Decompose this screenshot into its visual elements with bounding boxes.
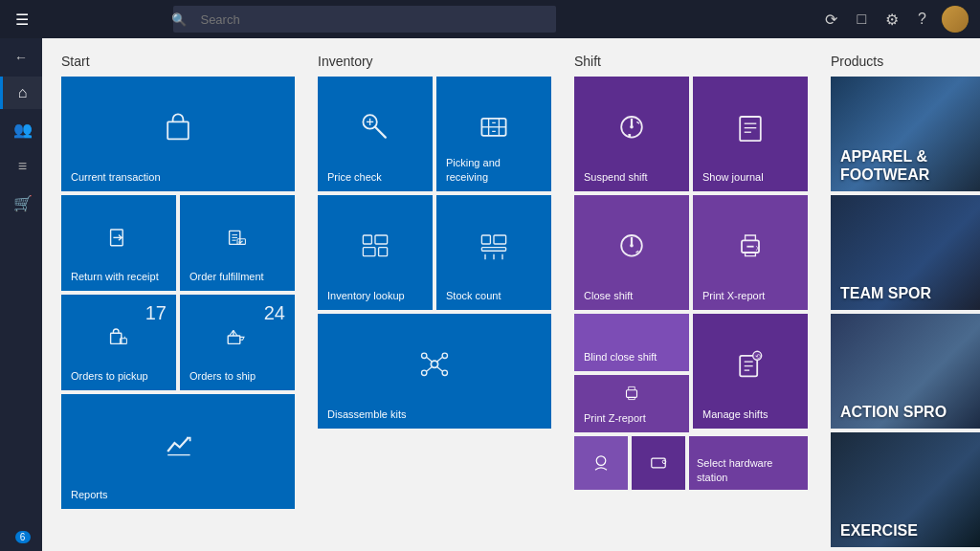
chat-button[interactable]: □ xyxy=(853,7,870,32)
orders-icon: 🛒 xyxy=(13,194,33,212)
small-icon-1 xyxy=(590,452,612,474)
search-icon: 🔍 xyxy=(171,12,187,27)
price-check-icon xyxy=(358,110,392,144)
ship-icon xyxy=(224,323,251,350)
content-area: Start Current transaction xyxy=(42,38,980,551)
sidebar-item-users[interactable]: 👥 xyxy=(0,113,42,146)
ship-count: 24 xyxy=(264,302,285,324)
search-input[interactable] xyxy=(173,6,556,33)
main-layout: ← ⌂ 👥 ≡ 🛒 6 Start xyxy=(0,38,980,551)
reports-icon xyxy=(161,428,195,462)
svg-rect-20 xyxy=(363,235,371,244)
settings-button[interactable]: ⚙ xyxy=(881,7,902,33)
stock-count-icon xyxy=(477,229,511,263)
sidebar-item-menu[interactable]: ≡ xyxy=(0,150,42,183)
close-shift-icon xyxy=(614,229,649,263)
svg-line-38 xyxy=(437,367,442,372)
svg-rect-22 xyxy=(363,248,375,256)
svg-rect-26 xyxy=(481,248,505,252)
manage-shifts-tile[interactable]: ⟲ Manage shifts xyxy=(693,314,808,429)
picking-icon xyxy=(477,110,511,144)
products-section: Products APPAREL & FOOTWEAR TEAM SPOR AC… xyxy=(831,54,980,536)
manage-shifts-icon: ⟲ xyxy=(733,347,768,382)
picking-receiving-label: Picking and receiving xyxy=(446,156,542,184)
products-grid: APPAREL & FOOTWEAR TEAM SPOR ACTION SPRO… xyxy=(831,77,980,547)
sidebar-item-orders[interactable]: 🛒 xyxy=(0,187,42,220)
show-journal-tile[interactable]: Show journal xyxy=(693,77,808,191)
inventory-grid: Price check Picking and receiving xyxy=(318,77,551,429)
close-shift-tile[interactable]: Close shift xyxy=(574,195,689,310)
avatar[interactable] xyxy=(942,6,969,33)
shift-title: Shift xyxy=(574,54,808,69)
suspend-shift-label: Suspend shift xyxy=(584,170,648,184)
sidebar-item-home[interactable]: ⌂ xyxy=(0,77,42,109)
topbar: ☰ 🔍 ⟳ □ ⚙ ? xyxy=(0,0,980,38)
help-button[interactable]: ? xyxy=(914,7,930,32)
price-check-label: Price check xyxy=(327,170,382,184)
start-grid: Current transaction Return with receipt xyxy=(61,77,295,509)
suspend-shift-tile[interactable]: Suspend shift xyxy=(574,77,689,191)
stock-count-tile[interactable]: Stock count xyxy=(436,195,551,310)
team-label: TEAM SPOR xyxy=(831,276,941,310)
orders-to-ship-tile[interactable]: 24 Orders to ship xyxy=(180,295,295,390)
bag-icon xyxy=(161,110,195,144)
select-hardware-station-tile[interactable]: Select hardware station xyxy=(689,436,808,490)
svg-point-31 xyxy=(422,353,427,358)
picking-receiving-tile[interactable]: Picking and receiving xyxy=(436,77,551,191)
products-title: Products xyxy=(831,54,980,69)
svg-point-49 xyxy=(630,244,634,248)
return-with-receipt-label: Return with receipt xyxy=(71,270,159,283)
svg-point-32 xyxy=(442,353,447,358)
print-x-icon: X xyxy=(733,229,768,263)
avatar-image xyxy=(942,6,969,33)
exercise-label: EXERCISE xyxy=(831,514,927,547)
svg-rect-21 xyxy=(375,235,388,244)
start-title: Start xyxy=(61,54,295,69)
svg-rect-10 xyxy=(228,336,240,343)
svg-point-30 xyxy=(431,361,437,367)
orders-to-pickup-tile[interactable]: 17 Orders to pickup xyxy=(61,295,176,390)
svg-point-33 xyxy=(422,370,427,375)
home-icon: ⌂ xyxy=(18,84,28,101)
svg-text:X: X xyxy=(755,244,760,253)
product-apparel-tile[interactable]: APPAREL & FOOTWEAR xyxy=(831,77,980,191)
search-wrapper: 🔍 xyxy=(164,6,566,33)
print-z-icon xyxy=(621,383,642,404)
small-tile-2[interactable] xyxy=(632,436,685,490)
sidebar-back-button[interactable]: ← xyxy=(0,42,42,73)
svg-rect-58 xyxy=(627,390,637,398)
suspend-shift-icon xyxy=(614,110,649,144)
small-tile-1[interactable] xyxy=(574,436,628,490)
refresh-button[interactable]: ⟳ xyxy=(821,7,841,33)
price-check-tile[interactable]: Price check xyxy=(318,77,433,191)
start-section: Start Current transaction xyxy=(61,54,295,536)
print-x-report-label: Print X-report xyxy=(702,289,765,302)
shift-section: Shift Suspend shift xyxy=(574,54,808,536)
product-exercise-tile[interactable]: EXERCISE xyxy=(831,432,980,547)
stock-count-label: Stock count xyxy=(446,289,501,302)
sidebar-item-badge[interactable]: 6 xyxy=(0,521,42,551)
print-x-report-tile[interactable]: X Print X-report xyxy=(693,195,808,310)
disassemble-kits-tile[interactable]: Disassemble kits xyxy=(318,314,551,429)
print-z-report-tile[interactable]: Print Z-report xyxy=(574,375,689,432)
svg-line-36 xyxy=(437,358,442,363)
close-shift-label: Close shift xyxy=(584,289,633,302)
current-transaction-tile[interactable]: Current transaction xyxy=(61,77,295,191)
pickup-count: 17 xyxy=(145,302,167,324)
disassemble-kits-label: Disassemble kits xyxy=(327,408,407,421)
product-team-tile[interactable]: TEAM SPOR xyxy=(831,195,980,310)
order-fulfillment-tile[interactable]: Order fulfillment xyxy=(180,195,295,291)
inventory-lookup-tile[interactable]: Inventory lookup xyxy=(318,195,433,310)
blind-close-shift-tile[interactable]: Blind close shift xyxy=(574,314,689,371)
hardware-row: Select hardware station xyxy=(574,436,808,490)
product-action-tile[interactable]: ACTION SPRO xyxy=(831,314,980,429)
inventory-lookup-label: Inventory lookup xyxy=(327,289,405,302)
hamburger-icon[interactable]: ☰ xyxy=(11,7,33,33)
return-with-receipt-tile[interactable]: Return with receipt xyxy=(61,195,176,291)
svg-point-41 xyxy=(630,125,634,129)
reports-tile[interactable]: Reports xyxy=(61,394,295,509)
svg-line-35 xyxy=(427,358,432,363)
current-transaction-label: Current transaction xyxy=(71,170,161,184)
svg-point-59 xyxy=(596,456,606,466)
fulfillment-icon xyxy=(224,224,251,251)
